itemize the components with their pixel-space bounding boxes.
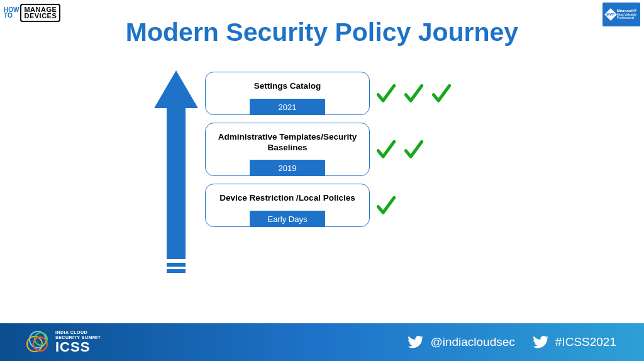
- stages-column: Settings Catalog 2021 Administrative Tem…: [205, 72, 455, 227]
- stage-year-badge: 2019: [250, 160, 325, 176]
- stage-year-badge: Early Days: [250, 211, 325, 227]
- check-icon: [400, 136, 428, 164]
- check-icon: [372, 136, 400, 164]
- stage-checks: [372, 136, 428, 164]
- stage-card-admin-templates: Administrative Templates/Security Baseli…: [205, 123, 370, 176]
- footer-bar: INDIA CLOUD SECURITY SUMMIT ICSS @indiac…: [0, 323, 644, 361]
- footer-left-block: INDIA CLOUD SECURITY SUMMIT ICSS: [26, 330, 101, 353]
- stage-card-settings-catalog: Settings Catalog 2021: [205, 72, 370, 115]
- stage-title: Administrative Templates/Security Baseli…: [212, 132, 363, 153]
- icss-text-block: INDIA CLOUD SECURITY SUMMIT ICSS: [55, 330, 101, 353]
- stage-row: Device Restriction /Local Policies Early…: [205, 184, 455, 227]
- logo-howto-text: HOW TO: [4, 7, 19, 18]
- icss-logo-icon: [26, 331, 49, 353]
- check-icon: [372, 192, 400, 219]
- stage-year-badge: 2021: [250, 99, 325, 115]
- check-icon: [400, 80, 428, 108]
- stage-checks: [372, 80, 455, 108]
- mvp-badge-text: MVP: [606, 13, 614, 16]
- summit-line1: INDIA CLOUD: [55, 330, 101, 335]
- check-icon: [428, 80, 455, 108]
- footer-right-block: @indiacloudsec #ICSS2021: [408, 334, 616, 350]
- stage-title: Device Restriction /Local Policies: [219, 193, 355, 204]
- summit-acronym: ICSS: [55, 340, 101, 354]
- stage-card-device-restriction: Device Restriction /Local Policies Early…: [205, 184, 370, 227]
- check-icon: [372, 80, 400, 108]
- stage-row: Administrative Templates/Security Baseli…: [205, 123, 455, 176]
- stage-row: Settings Catalog 2021: [205, 72, 455, 115]
- twitter-icon: [408, 334, 424, 350]
- page-title: Modern Security Policy Journey: [0, 18, 644, 47]
- stage-title: Settings Catalog: [254, 81, 321, 92]
- twitter-handle-block: @indiacloudsec: [408, 334, 514, 350]
- stage-checks: [372, 192, 400, 219]
- hashtag: #ICSS2021: [555, 335, 616, 349]
- svg-rect-2: [167, 269, 186, 273]
- twitter-icon: [533, 334, 549, 350]
- svg-marker-0: [154, 70, 198, 259]
- hashtag-block: #ICSS2021: [533, 334, 616, 350]
- progress-arrow-icon: [154, 70, 198, 278]
- svg-rect-1: [167, 263, 186, 267]
- twitter-handle: @indiacloudsec: [430, 335, 514, 349]
